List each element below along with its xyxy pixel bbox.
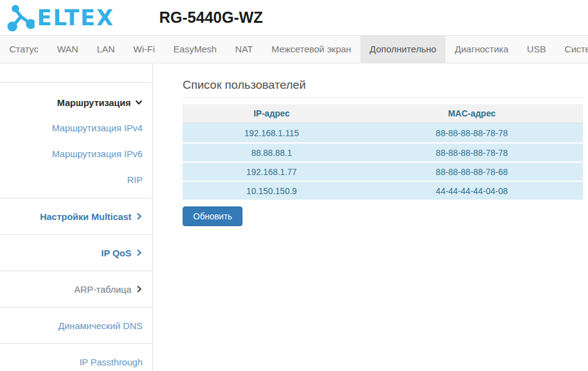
chevron-right-icon [136, 285, 143, 293]
sidebar-group-ip-qos-label: IP QoS [101, 248, 131, 258]
ip-address-cell: 192.168.1.115 [183, 123, 360, 142]
sidebar-group-routing-header[interactable]: Маршрутизация [0, 90, 143, 115]
ip-address-cell: 88.88.88.1 [183, 142, 360, 161]
sidebar-item-ip-passthrough-label: IP Passthrough [80, 357, 143, 367]
tab-firewall[interactable]: Межсетевой экран [262, 36, 360, 63]
eltex-logo: ELTEX [6, 3, 127, 33]
main-nav: Статус WAN LAN Wi-Fi EasyMesh NAT Межсет… [0, 35, 588, 63]
sidebar-item-dynamic-dns[interactable]: Динамический DNS [0, 307, 152, 343]
table-row: 192.168.1.77 88-88-88-88-78-68 [183, 161, 583, 181]
sidebar-group-routing: Маршрутизация Маршрутизация IPv4 Маршрут… [0, 82, 152, 198]
sidebar-item-ip-passthrough[interactable]: IP Passthrough [0, 343, 152, 371]
mac-address-cell: 88-88-88-88-78-78 [360, 123, 583, 142]
mac-address-cell: 88-88-88-88-78-78 [360, 142, 583, 161]
chevron-right-icon [136, 249, 143, 256]
main-content: Список пользователей IP-адрес MAC-адрес … [153, 63, 588, 371]
mac-address-cell: 88-88-88-88-78-68 [360, 161, 583, 181]
ip-address-cell: 192.168.1.77 [183, 161, 360, 181]
router-admin-page: ELTEX RG-5440G-WZ Статус WAN LAN Wi-Fi E… [0, 0, 588, 371]
tab-diagnostics[interactable]: Диагностика [445, 36, 518, 63]
chevron-down-icon [135, 99, 143, 106]
mac-address-cell: 44-44-44-44-04-08 [360, 181, 583, 200]
sidebar-group-arp-table-label: ARP-таблица [74, 284, 131, 295]
page-title-wrap: Список пользователей [183, 78, 583, 98]
sidebar-item-dynamic-dns-label: Динамический DNS [58, 320, 143, 331]
chevron-right-icon [136, 213, 143, 220]
sidebar: Маршрутизация Маршрутизация IPv4 Маршрут… [0, 63, 153, 371]
table-row: 192.168.1.115 88-88-88-88-78-78 [183, 123, 583, 142]
sidebar-item-routing-ipv4[interactable]: Маршрутизация IPv4 [0, 115, 143, 141]
sidebar-item-routing-ipv6[interactable]: Маршрутизация IPv6 [0, 141, 143, 166]
sidebar-group-routing-label: Маршрутизация [57, 97, 131, 108]
sidebar-group-ip-qos[interactable]: IP QoS [0, 234, 152, 271]
table-header-row: IP-адрес MAC-адрес [183, 104, 583, 123]
tab-wan[interactable]: WAN [48, 36, 87, 63]
sidebar-group-arp-table[interactable]: ARP-таблица [0, 271, 152, 307]
sidebar-item-rip[interactable]: RIP [0, 166, 143, 192]
molecule-icon [6, 3, 35, 33]
tab-wifi[interactable]: Wi-Fi [124, 36, 164, 63]
tab-easymesh[interactable]: EasyMesh [164, 36, 226, 63]
sidebar-group-multicast-label: Настройки Multicast [40, 211, 131, 222]
tab-usb[interactable]: USB [518, 36, 555, 63]
content-layout: Маршрутизация Маршрутизация IPv4 Маршрут… [0, 63, 588, 371]
refresh-button[interactable]: Обновить [183, 206, 242, 226]
tab-system[interactable]: Система [555, 36, 588, 63]
tab-lan[interactable]: LAN [88, 36, 124, 63]
users-table: IP-адрес MAC-адрес 192.168.1.115 88-88-8… [183, 104, 583, 200]
table-row: 10.150.150.9 44-44-44-44-04-08 [183, 181, 583, 200]
column-header-ip: IP-адрес [183, 104, 360, 123]
table-row: 88.88.88.1 88-88-88-88-78-78 [183, 142, 583, 161]
tab-advanced[interactable]: Дополнительно [360, 36, 445, 63]
column-header-mac: MAC-адрес [360, 104, 583, 123]
sidebar-group-multicast[interactable]: Настройки Multicast [0, 198, 152, 234]
device-model-title: RG-5440G-WZ [159, 9, 263, 26]
tab-status[interactable]: Статус [0, 36, 48, 63]
tab-nat[interactable]: NAT [226, 36, 262, 63]
logo-text: ELTEX [37, 6, 114, 30]
ip-address-cell: 10.150.150.9 [183, 181, 360, 200]
page-title: Список пользователей [183, 78, 583, 92]
header: ELTEX RG-5440G-WZ [0, 0, 588, 35]
